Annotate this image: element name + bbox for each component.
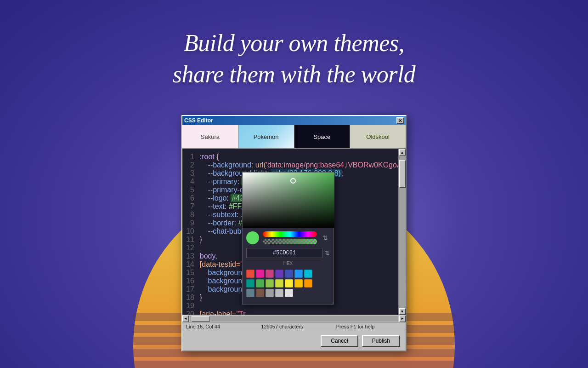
swatch-blue[interactable]	[294, 270, 303, 278]
hex-arrow[interactable]: ⇅	[324, 249, 330, 257]
h-scrollbar-track[interactable]	[190, 316, 398, 322]
swatch-brown[interactable]	[256, 289, 264, 297]
code-editor-area[interactable]: 1 2 3 4 5 6 7 8 9 10 11 12 13 14 15 16 1…	[182, 149, 406, 315]
tab-space[interactable]: Space	[294, 125, 351, 148]
heading-line1: Build your own themes,	[0, 28, 588, 59]
swatch-cyan[interactable]	[304, 270, 312, 278]
hex-input-row: ⇅	[243, 246, 334, 260]
status-bar: Line 16, Col 44 129057 characters Press …	[182, 322, 406, 331]
swatch-pink[interactable]	[256, 270, 264, 278]
alpha-slider[interactable]	[263, 239, 317, 244]
swatch-orange[interactable]	[304, 279, 312, 288]
swatch-teal[interactable]	[246, 279, 254, 288]
color-cursor	[290, 178, 296, 184]
scrollbar-thumb[interactable]	[399, 160, 406, 188]
scroll-right-arrow[interactable]: ►	[399, 316, 406, 322]
color-controls: ⇅	[243, 228, 334, 246]
scroll-left-arrow[interactable]: ◄	[182, 316, 189, 322]
hero-heading: Build your own themes, share them with t…	[0, 28, 588, 90]
hue-slider[interactable]	[263, 231, 317, 237]
hex-input[interactable]	[246, 248, 322, 258]
swatch-lighter-grey[interactable]	[285, 289, 293, 297]
color-gradient[interactable]	[243, 172, 334, 228]
color-preview	[246, 231, 259, 244]
theme-tabs: Sakura Pokémon Space Oldskool	[182, 125, 406, 149]
publish-button[interactable]: Publish	[362, 335, 400, 347]
help-text: Press F1 for help	[336, 324, 402, 329]
cursor-position: Line 16, Col 44	[186, 324, 252, 329]
swatch-light-green[interactable]	[266, 279, 274, 288]
close-button[interactable]: ✕	[396, 117, 404, 124]
scrollbar-track[interactable]	[399, 155, 406, 308]
tab-oldskool[interactable]: Oldskool	[350, 125, 406, 148]
css-editor-window: CSS Editor ✕ Sakura Pokémon Space Oldsko…	[181, 115, 407, 351]
swatch-yellow[interactable]	[285, 279, 293, 288]
tab-sakura[interactable]: Sakura	[182, 125, 238, 148]
swatches-row-2	[246, 279, 330, 288]
tab-pokemon[interactable]: Pokémon	[238, 125, 294, 148]
h-scrollbar-thumb[interactable]	[192, 316, 210, 322]
hex-label: HEX	[243, 260, 334, 268]
swatch-blue-grey[interactable]	[246, 289, 254, 297]
color-swatches	[243, 268, 334, 300]
swatch-amber[interactable]	[294, 279, 303, 288]
swatch-light-grey[interactable]	[275, 289, 283, 297]
color-picker: ⇅ ⇅ HEX	[242, 172, 334, 305]
swatch-grey[interactable]	[266, 289, 274, 297]
vertical-scrollbar[interactable]: ▲ ▼	[398, 149, 406, 315]
window-title: CSS Editor	[184, 117, 213, 124]
scroll-down-arrow[interactable]: ▼	[399, 308, 406, 315]
button-bar: Cancel Publish	[182, 331, 406, 351]
swatch-lime[interactable]	[275, 279, 283, 288]
format-arrow[interactable]: ⇅	[321, 234, 330, 242]
swatches-row-1	[246, 270, 330, 278]
color-sliders	[263, 231, 317, 244]
title-bar: CSS Editor ✕	[182, 116, 406, 125]
swatches-row-3	[246, 289, 330, 297]
swatch-green[interactable]	[256, 279, 264, 288]
swatch-red[interactable]	[246, 270, 254, 278]
swatch-indigo[interactable]	[285, 270, 293, 278]
character-count: 129057 characters	[261, 324, 327, 329]
swatch-rose[interactable]	[266, 270, 274, 278]
horizontal-scrollbar[interactable]: ◄ ►	[182, 315, 406, 322]
scroll-up-arrow[interactable]: ▲	[399, 149, 406, 155]
line-numbers: 1 2 3 4 5 6 7 8 9 10 11 12 13 14 15 16 1…	[182, 149, 198, 315]
cancel-button[interactable]: Cancel	[321, 335, 358, 347]
heading-line2: share them with the world	[0, 59, 588, 90]
swatch-purple[interactable]	[275, 270, 283, 278]
